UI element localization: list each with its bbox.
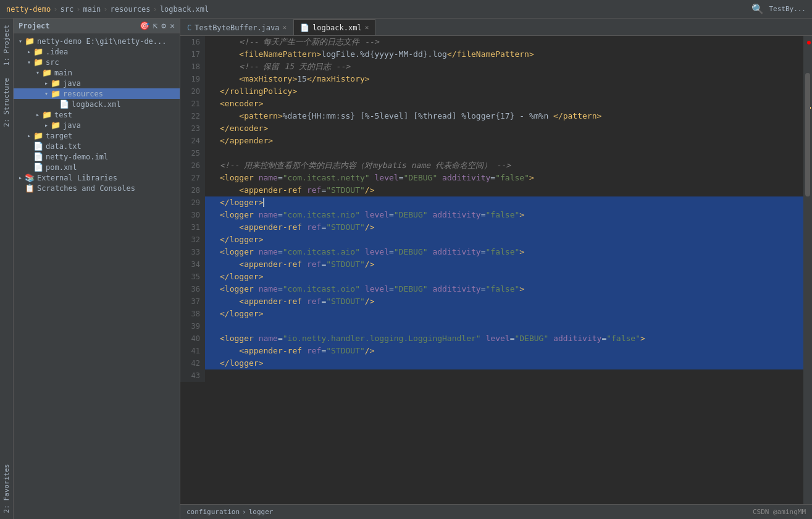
line-content[interactable]: <!-- 每天产生一个新的日志文件 --> <box>217 36 803 48</box>
tree-label: logback.xml <box>72 100 120 109</box>
line-content[interactable] <box>217 320 803 332</box>
line-content[interactable]: <pattern>%date{HH:mm:ss} [%-5level] [%th… <box>217 110 803 122</box>
line-content[interactable]: </appender> <box>217 135 803 147</box>
tree-item[interactable]: 📄netty-demo.iml <box>14 151 180 162</box>
tree-item[interactable]: ▾📁main <box>14 67 180 78</box>
line-content[interactable]: <logger name="com.itcast.nio" level="DEB… <box>217 209 803 221</box>
line-content[interactable]: <logger name="com.itcast.netty" level="D… <box>217 172 803 184</box>
tree-item[interactable]: ▸📁java <box>14 120 180 130</box>
tree-item[interactable]: ▸📁target <box>14 130 180 141</box>
line-content[interactable]: <logger name="com.itcast.aio" level="DEB… <box>217 246 803 258</box>
line-gutter <box>205 98 217 110</box>
tree-item[interactable]: 📄logback.xml <box>14 99 180 109</box>
line-gutter <box>205 258 217 271</box>
line-gutter <box>205 122 217 135</box>
line-gutter <box>205 135 217 147</box>
tree-item[interactable]: ▾📁src <box>14 57 180 67</box>
line-gutter <box>205 221 217 234</box>
line-content[interactable]: </logger> <box>217 357 803 369</box>
code-line: 42</logger> <box>180 357 803 369</box>
line-content[interactable]: <!-- 用来控制查看那个类的日志内容（对mybatis name 代表命名空间… <box>217 159 803 172</box>
line-content[interactable]: <logger name="io.netty.handler.logging.L… <box>217 332 803 345</box>
line-gutter <box>205 271 217 283</box>
line-content[interactable]: <encoder> <box>217 98 803 110</box>
line-content[interactable]: <logger name="com.itcast.oio" level="DEB… <box>217 283 803 295</box>
line-gutter <box>205 283 217 295</box>
tree-label: netty-demo E:\git\netty-de... <box>37 37 167 46</box>
line-content[interactable]: </rollingPolicy> <box>217 85 803 98</box>
sidebar-tab-structure[interactable]: 2: Structure <box>0 72 13 133</box>
tab-java-close[interactable]: ✕ <box>283 23 287 32</box>
sidebar-tab-favorites[interactable]: 2: Favorites <box>0 458 13 519</box>
status-right: CSDN @amingMM <box>753 508 806 516</box>
line-content[interactable]: </logger> <box>217 271 803 283</box>
tree-label: resources <box>63 90 103 98</box>
code-line: 20</rollingPolicy> <box>180 85 803 98</box>
tree-item[interactable]: ▾📁resources <box>14 88 180 99</box>
line-number: 20 <box>180 85 205 98</box>
project-tree: ▾📁netty-demo E:\git\netty-de...▸📁.idea▾📁… <box>14 33 180 519</box>
tree-item[interactable]: ▸📁java <box>14 78 180 88</box>
editor-scrollbar[interactable] <box>803 36 812 504</box>
line-content[interactable]: <appender-ref ref="STDOUT"/> <box>217 345 803 357</box>
settings-icon[interactable]: ⚙ <box>161 21 166 30</box>
tree-item[interactable]: 📋Scratches and Consoles <box>14 183 180 193</box>
tree-icon-src: 📁 <box>51 78 61 88</box>
close-panel-icon[interactable]: ✕ <box>170 21 175 30</box>
line-number: 40 <box>180 332 205 345</box>
tree-label: pom.xml <box>46 163 77 172</box>
breadcrumb-sep2: › <box>76 5 80 14</box>
line-content[interactable]: <maxHistory>15</maxHistory> <box>217 73 803 85</box>
line-content[interactable]: <fileNamePattern>logFile.%d{yyyy-MM-dd}.… <box>217 48 803 61</box>
code-line: 18 <!-- 保留 15 天的日志 --> <box>180 61 803 73</box>
locate-icon[interactable]: 🎯 <box>140 21 149 30</box>
code-line: 28 <appender-ref ref="STDOUT"/> <box>180 184 803 196</box>
tree-item[interactable]: 📄pom.xml <box>14 162 180 172</box>
collapse-icon[interactable]: ⇱ <box>153 21 158 30</box>
search-icon[interactable]: 🔍 <box>751 3 764 15</box>
line-number: 34 <box>180 258 205 271</box>
line-content[interactable]: <appender-ref ref="STDOUT"/> <box>217 295 803 308</box>
scrollbar-thumb[interactable] <box>805 73 810 196</box>
line-content[interactable]: </logger> <box>217 234 803 246</box>
line-content[interactable]: </logger>​ <box>217 196 803 209</box>
tab-java[interactable]: C TestByteBuffer.java ✕ <box>180 19 293 35</box>
code-line: 34 <appender-ref ref="STDOUT"/> <box>180 258 803 271</box>
code-line: 30<logger name="com.itcast.nio" level="D… <box>180 209 803 221</box>
line-content[interactable]: </encoder> <box>217 122 803 135</box>
right-button[interactable]: TestBy... <box>769 5 806 13</box>
code-line: 41 <appender-ref ref="STDOUT"/> <box>180 345 803 357</box>
line-number: 43 <box>180 369 205 382</box>
tab-xml-label: logback.xml <box>312 23 361 32</box>
line-content[interactable]: <!-- 保留 15 天的日志 --> <box>217 61 803 73</box>
tree-icon-src: 📁 <box>33 57 43 67</box>
line-content[interactable] <box>217 369 803 382</box>
sidebar-tab-project[interactable]: 1: Project <box>0 19 13 72</box>
code-line: 22 <pattern>%date{HH:mm:ss} [%-5level] [… <box>180 110 803 122</box>
line-gutter <box>205 36 217 48</box>
line-content[interactable] <box>217 147 803 159</box>
line-content[interactable]: <appender-ref ref="STDOUT"/> <box>217 221 803 234</box>
line-number: 35 <box>180 271 205 283</box>
tab-xml[interactable]: 📄 logback.xml ✕ <box>293 19 375 35</box>
line-content[interactable]: <appender-ref ref="STDOUT"/> <box>217 258 803 271</box>
tree-label: .idea <box>46 48 68 56</box>
tab-xml-close[interactable]: ✕ <box>365 23 369 32</box>
tree-arrow: ▸ <box>42 80 51 86</box>
line-number: 25 <box>180 147 205 159</box>
line-content[interactable]: <appender-ref ref="STDOUT"/> <box>217 184 803 196</box>
tree-item[interactable]: ▸📁test <box>14 109 180 120</box>
line-gutter <box>205 320 217 332</box>
line-number: 23 <box>180 122 205 135</box>
code-line: 37 <appender-ref ref="STDOUT"/> <box>180 295 803 308</box>
tree-item[interactable]: ▸📚External Libraries <box>14 172 180 183</box>
tree-item[interactable]: ▾📁netty-demo E:\git\netty-de... <box>14 36 180 46</box>
editor-content[interactable]: 16 <!-- 每天产生一个新的日志文件 -->17 <fileNamePatt… <box>180 36 803 504</box>
tree-item[interactable]: ▸📁.idea <box>14 46 180 57</box>
java-tab-icon: C <box>187 23 191 32</box>
breadcrumb-project[interactable]: netty-demo <box>6 5 51 14</box>
tree-item[interactable]: 📄data.txt <box>14 141 180 151</box>
code-line: 17 <fileNamePattern>logFile.%d{yyyy-MM-d… <box>180 48 803 61</box>
line-content[interactable]: </logger> <box>217 308 803 320</box>
line-number: 37 <box>180 295 205 308</box>
